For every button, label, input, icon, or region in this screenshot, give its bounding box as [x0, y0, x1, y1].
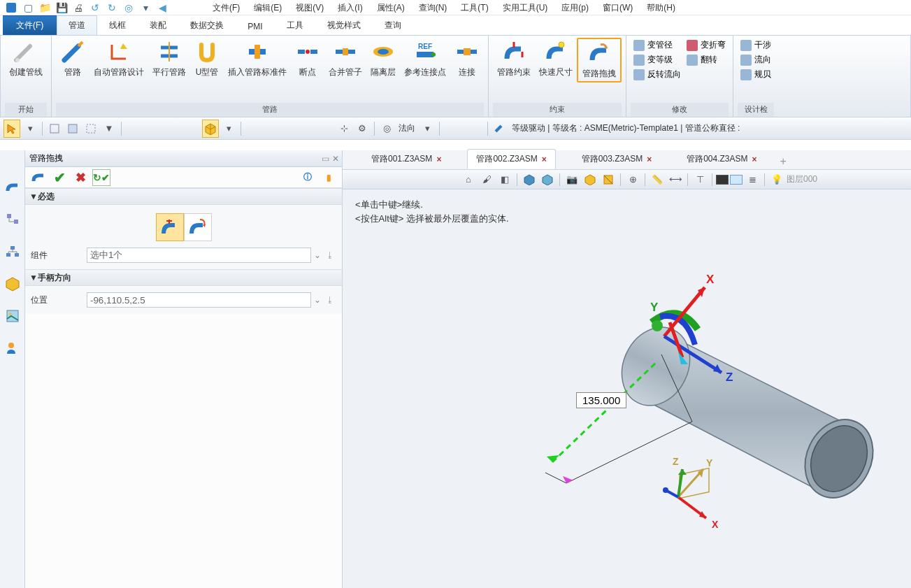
- tab-tool[interactable]: 工具: [275, 15, 315, 35]
- layers-icon[interactable]: ≣: [744, 172, 761, 187]
- menu-attr[interactable]: 属性(A): [370, 1, 412, 15]
- 3d-viewport[interactable]: <单击中键>继续. <按住Alt键> 选择被最外层覆盖的实体.: [343, 189, 911, 588]
- menu-view[interactable]: 视图(V): [289, 1, 331, 15]
- doc-tab-3-close-icon[interactable]: ×: [647, 155, 652, 164]
- close-panel-icon[interactable]: ✕: [332, 154, 339, 164]
- app-logo-icon[interactable]: [4, 1, 18, 14]
- tab-pipe[interactable]: 管道: [57, 15, 97, 35]
- tab-wire[interactable]: 线框: [97, 15, 138, 35]
- component-chevron-icon[interactable]: ⌄: [311, 250, 324, 260]
- view-cube1-icon[interactable]: [521, 172, 538, 187]
- apply-repeat-icon[interactable]: ↻✔: [92, 169, 110, 186]
- minimize-panel-icon[interactable]: ▭: [322, 154, 329, 164]
- vtab-user-icon[interactable]: [3, 339, 22, 357]
- menu-query[interactable]: 查询(N): [412, 1, 454, 15]
- light-icon[interactable]: 💡: [768, 172, 785, 187]
- menu-edit[interactable]: 编辑(E): [247, 1, 289, 15]
- tab-exchange[interactable]: 数据交换: [178, 15, 236, 35]
- accept-icon[interactable]: ✔: [50, 169, 69, 186]
- btn-connect[interactable]: 连接: [450, 38, 484, 80]
- vtab-tree-icon[interactable]: [3, 210, 22, 229]
- target-icon[interactable]: ◎: [122, 1, 136, 14]
- dimension-value[interactable]: 135.000: [576, 392, 626, 408]
- btn-chg-level[interactable]: 变等级: [631, 52, 684, 67]
- back-icon[interactable]: ◀: [155, 1, 169, 14]
- axis-icon[interactable]: ⊹: [336, 120, 352, 138]
- btn-chg-bend[interactable]: 变折弯: [684, 38, 729, 52]
- section-icon[interactable]: [600, 172, 617, 187]
- menu-insert[interactable]: 插入(I): [331, 1, 369, 15]
- dropdown-3-icon[interactable]: ▾: [419, 120, 436, 138]
- shaded-cube-icon[interactable]: [202, 120, 219, 138]
- btn-create-pipe[interactable]: 创建管线: [5, 38, 47, 80]
- btn-route-drag[interactable]: 管路拖拽: [577, 38, 622, 83]
- select-tool-icon[interactable]: [3, 120, 20, 138]
- redo-icon[interactable]: ↻: [105, 1, 119, 14]
- select-face-icon[interactable]: [730, 175, 743, 185]
- btn-ref-point[interactable]: REF 参考连接点: [400, 38, 450, 80]
- doc-tab-1[interactable]: 管路001.Z3ASM ×: [362, 149, 450, 169]
- section-required-header[interactable]: ▼ 必选: [25, 188, 342, 205]
- menu-util[interactable]: 实用工具(U): [496, 1, 555, 15]
- btn-merge-tube[interactable]: 合并管子: [324, 38, 366, 80]
- doc-tab-4[interactable]: 管路004.Z3ASM ×: [677, 149, 766, 169]
- menu-app[interactable]: 应用(p): [554, 1, 596, 15]
- reject-icon[interactable]: ✖: [71, 169, 89, 186]
- btn-parallel[interactable]: 平行管路: [148, 38, 190, 80]
- crosshair-icon[interactable]: ⊕: [624, 172, 641, 187]
- vtab-image-icon[interactable]: [3, 307, 22, 325]
- dropdown-icon[interactable]: ▾: [138, 1, 152, 14]
- doc-tab-1-close-icon[interactable]: ×: [436, 155, 441, 164]
- position-input[interactable]: [87, 292, 311, 308]
- view-cube2-icon[interactable]: [539, 172, 556, 187]
- vtab-drag-icon[interactable]: [3, 178, 22, 196]
- btn-interfere[interactable]: 干涉: [738, 38, 774, 52]
- tab-asm[interactable]: 装配: [138, 15, 178, 35]
- menu-help[interactable]: 帮助(H): [640, 1, 682, 15]
- doc-tab-2-close-icon[interactable]: ×: [542, 155, 547, 164]
- home-icon[interactable]: ⌂: [460, 172, 477, 187]
- component-pick-icon[interactable]: ⭳: [324, 250, 336, 260]
- dim-line-icon[interactable]: ⟷: [667, 172, 684, 187]
- apply-ok-icon[interactable]: [29, 169, 48, 186]
- tab-pmi[interactable]: PMI: [236, 17, 274, 35]
- face-select-icon[interactable]: [64, 120, 81, 138]
- info-icon[interactable]: ⓘ: [299, 169, 317, 186]
- btn-flow[interactable]: 流向: [738, 52, 774, 67]
- menu-tool[interactable]: 工具(T): [454, 1, 495, 15]
- btn-route-path[interactable]: 管路: [56, 38, 89, 80]
- undo-icon[interactable]: ↺: [88, 1, 102, 14]
- btn-quick-dim[interactable]: 快速尺寸: [535, 38, 577, 80]
- expand-icon[interactable]: ▮: [320, 169, 338, 186]
- filter-icon[interactable]: ▼: [101, 120, 117, 138]
- vtab-hierarchy-icon[interactable]: [3, 243, 22, 261]
- tree-icon[interactable]: ⊤: [691, 172, 708, 187]
- view-cube3-icon[interactable]: [582, 172, 598, 187]
- btn-breakpoint[interactable]: 断点: [291, 38, 324, 80]
- select-rect-icon[interactable]: [716, 175, 729, 185]
- cube-icon[interactable]: [46, 120, 63, 138]
- dropdown-2-icon[interactable]: ▾: [220, 120, 237, 138]
- save-file-icon[interactable]: 💾: [55, 1, 69, 14]
- btn-u-pipe[interactable]: U型管: [190, 38, 224, 80]
- btn-route-cons[interactable]: 管路约束: [493, 38, 535, 80]
- print-icon[interactable]: 🖨: [71, 1, 85, 14]
- btn-rule[interactable]: 规贝: [738, 67, 774, 82]
- mode-translate-button[interactable]: [156, 213, 184, 241]
- vtab-cube-icon[interactable]: [3, 275, 22, 293]
- menu-file[interactable]: 文件(F): [206, 1, 247, 15]
- component-input[interactable]: [87, 248, 311, 263]
- btn-chg-diameter[interactable]: 变管径: [631, 38, 684, 52]
- btn-insert-std[interactable]: 插入管路标准件: [224, 38, 291, 80]
- btn-isolation[interactable]: 隔离层: [366, 38, 400, 80]
- camera-icon[interactable]: 📷: [564, 172, 580, 187]
- ruler-icon[interactable]: 📏: [649, 172, 666, 187]
- btn-flip[interactable]: 翻转: [684, 52, 729, 67]
- new-file-icon[interactable]: ▢: [21, 1, 35, 14]
- position-chevron-icon[interactable]: ⌄: [311, 295, 324, 305]
- add-doc-tab-icon[interactable]: +: [776, 154, 791, 169]
- position-pick-icon[interactable]: ⭳: [324, 295, 336, 305]
- tab-file[interactable]: 文件(F): [3, 15, 57, 35]
- btn-auto-route[interactable]: 自动管路设计: [89, 38, 148, 80]
- gear-icon[interactable]: ⚙: [354, 120, 371, 138]
